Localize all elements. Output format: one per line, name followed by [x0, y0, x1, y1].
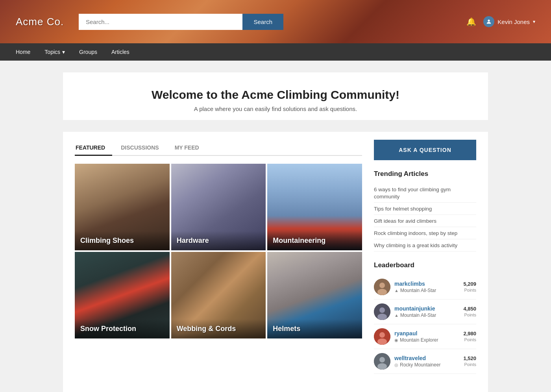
- header: Acme Co. Search 🔔 Kevin Jones ▾: [0, 0, 551, 43]
- trending-link-3[interactable]: Gift ideas for avid climbers: [374, 218, 436, 224]
- lb-info-3: ryanpaul ◉ Mountain Explorer: [394, 330, 459, 343]
- svg-point-2: [379, 283, 385, 288]
- hardware-label: Hardware: [177, 237, 209, 244]
- snow-protection-label: Snow Protection: [80, 325, 136, 333]
- nav-topics[interactable]: Topics ▾: [37, 43, 72, 61]
- category-mountaineering[interactable]: Mountaineering: [267, 164, 362, 250]
- trending-link-1[interactable]: 6 ways to find your climbing gym communi…: [374, 187, 451, 200]
- hardware-overlay: Hardware: [171, 231, 266, 250]
- lb-points-3: 2,980Points: [463, 331, 476, 342]
- nav-bar: Home Topics ▾ Groups Articles: [0, 43, 551, 61]
- climbing-shoes-overlay: Climbing Shoes: [75, 231, 170, 250]
- lb-info-1: markclimbs ▲ Mountain All-Star: [394, 281, 459, 293]
- mountaineering-overlay: Mountaineering: [267, 231, 362, 250]
- tab-discussions[interactable]: DISCUSSIONS: [120, 141, 166, 156]
- category-webbing[interactable]: Webbing & Cords: [171, 252, 266, 338]
- badge-icon-4: ◎: [394, 362, 398, 368]
- lb-username-1[interactable]: markclimbs: [394, 281, 459, 287]
- lb-points-1: 5,209Points: [463, 281, 476, 293]
- lb-badge-label-3: Mountain Explorer: [400, 337, 438, 343]
- lb-username-4[interactable]: welltraveled: [394, 355, 459, 361]
- leaderboard-item-2: mountainjunkie ▲ Mountain All-Star 4,850…: [374, 300, 476, 324]
- category-snow-protection[interactable]: Snow Protection: [75, 252, 170, 338]
- lb-badge-4: ◎ Rocky Mountaineer: [394, 362, 459, 368]
- trending-articles-list: 6 ways to find your climbing gym communi…: [374, 183, 476, 251]
- category-helmets[interactable]: Helmets: [267, 252, 362, 338]
- right-sidebar: ASK A QUESTION Trending Articles 6 ways …: [374, 140, 476, 374]
- trending-item-3: Gift ideas for avid climbers: [374, 215, 476, 227]
- lb-info-2: mountainjunkie ▲ Mountain All-Star: [394, 305, 459, 318]
- trending-item-4: Rock climbing indoors, step by step: [374, 227, 476, 239]
- page-body: Welcome to the Acme Climbing Community! …: [0, 61, 551, 392]
- trending-item-1: 6 ways to find your climbing gym communi…: [374, 183, 476, 203]
- trending-link-5[interactable]: Why climbing is a great kids activity: [374, 242, 457, 248]
- svg-point-9: [377, 338, 387, 345]
- header-actions: 🔔 Kevin Jones ▾: [466, 16, 535, 27]
- category-climbing-shoes[interactable]: Climbing Shoes: [75, 164, 170, 250]
- lb-badge-1: ▲ Mountain All-Star: [394, 288, 459, 293]
- tab-featured[interactable]: FEATURED: [75, 141, 112, 156]
- badge-icon-3: ◉: [394, 338, 398, 343]
- bell-icon[interactable]: 🔔: [466, 17, 476, 26]
- leaderboard-item-4: welltraveled ◎ Rocky Mountaineer 1,520Po…: [374, 349, 476, 374]
- lb-info-4: welltraveled ◎ Rocky Mountaineer: [394, 355, 459, 368]
- welcome-section: Welcome to the Acme Climbing Community! …: [63, 72, 488, 120]
- climbing-shoes-label: Climbing Shoes: [80, 237, 134, 244]
- svg-point-3: [377, 289, 387, 295]
- svg-point-8: [379, 332, 385, 338]
- ask-question-button-sidebar[interactable]: ASK A QUESTION: [374, 140, 476, 160]
- svg-point-12: [377, 363, 387, 370]
- lb-badge-label-1: Mountain All-Star: [400, 288, 436, 293]
- badge-icon-1: ▲: [394, 288, 399, 293]
- lb-avatar-4: [374, 353, 390, 370]
- lb-points-2: 4,850Points: [463, 306, 476, 318]
- svg-point-5: [379, 307, 385, 313]
- welcome-subtitle: A place where you can easily find soluti…: [71, 105, 480, 112]
- site-logo[interactable]: Acme Co.: [16, 16, 71, 28]
- lb-badge-label-4: Rocky Mountaineer: [400, 362, 440, 368]
- user-menu[interactable]: Kevin Jones ▾: [483, 16, 535, 27]
- user-name: Kevin Jones: [497, 18, 530, 25]
- helmets-overlay: Helmets: [267, 319, 362, 338]
- trending-link-2[interactable]: Tips for helmet shopping: [374, 206, 432, 212]
- category-hardware[interactable]: Hardware: [171, 164, 266, 250]
- badge-icon-2: ▲: [394, 313, 399, 318]
- search-input[interactable]: [79, 14, 242, 30]
- snow-protection-overlay: Snow Protection: [75, 319, 170, 338]
- lb-avatar-2: [374, 303, 390, 320]
- helmets-label: Helmets: [273, 325, 300, 333]
- user-avatar-icon: [483, 16, 494, 27]
- lb-points-4: 1,520Points: [463, 355, 476, 367]
- lb-username-3[interactable]: ryanpaul: [394, 330, 459, 337]
- trending-item-2: Tips for helmet shopping: [374, 203, 476, 215]
- lb-badge-3: ◉ Mountain Explorer: [394, 337, 459, 343]
- nav-articles[interactable]: Articles: [104, 43, 137, 61]
- lb-username-2[interactable]: mountainjunkie: [394, 305, 459, 312]
- leaderboard-item-3: ryanpaul ◉ Mountain Explorer 2,980Points: [374, 324, 476, 349]
- trending-item-5: Why climbing is a great kids activity: [374, 239, 476, 251]
- category-grid: Climbing Shoes Hardware Moun: [75, 164, 362, 338]
- topics-chevron-icon: ▾: [62, 49, 65, 55]
- svg-point-0: [488, 20, 490, 22]
- mountaineering-label: Mountaineering: [273, 237, 325, 244]
- lb-badge-label-2: Mountain All-Star: [400, 312, 436, 318]
- lb-points-label-4: Points: [464, 362, 476, 367]
- webbing-overlay: Webbing & Cords: [171, 319, 266, 338]
- left-panel: FEATURED DISCUSSIONS MY FEED Climbing Sh…: [75, 140, 362, 374]
- webbing-label: Webbing & Cords: [177, 325, 236, 333]
- lb-points-label-2: Points: [464, 312, 476, 317]
- leaderboard-item-1: markclimbs ▲ Mountain All-Star 5,209Poin…: [374, 275, 476, 300]
- content-area: FEATURED DISCUSSIONS MY FEED Climbing Sh…: [63, 132, 488, 390]
- bottom-section: Don't see what you're looking for? ASK A…: [63, 390, 488, 392]
- search-button[interactable]: Search: [242, 14, 283, 30]
- trending-link-4[interactable]: Rock climbing indoors, step by step: [374, 230, 457, 236]
- lb-avatar-1: [374, 279, 390, 295]
- svg-point-11: [379, 357, 385, 362]
- header-content: Acme Co. Search 🔔 Kevin Jones ▾: [16, 14, 535, 30]
- tab-my-feed[interactable]: MY FEED: [174, 141, 206, 156]
- lb-points-label-3: Points: [464, 337, 476, 342]
- leaderboard-title: Leaderboard: [374, 261, 476, 269]
- nav-groups[interactable]: Groups: [72, 43, 104, 61]
- tabs: FEATURED DISCUSSIONS MY FEED: [75, 140, 362, 156]
- nav-home[interactable]: Home: [16, 43, 37, 61]
